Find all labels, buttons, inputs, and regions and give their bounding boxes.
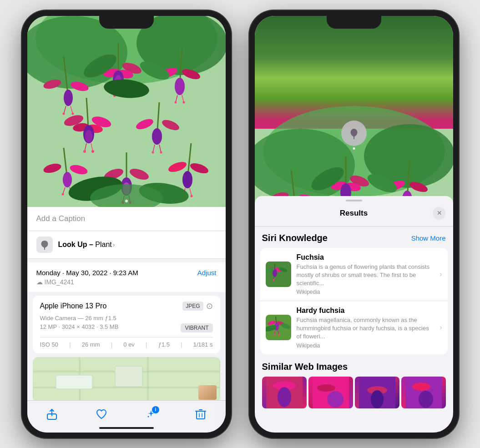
fuchsia-chevron: › bbox=[440, 270, 442, 278]
map-thumbnail[interactable] bbox=[33, 357, 220, 400]
heart-button[interactable] bbox=[92, 405, 111, 423]
hardy-desc: Fuchsia magellanica, commonly known as t… bbox=[297, 316, 433, 341]
lens-detail: Wide Camera — 26 mm ƒ1.5 bbox=[40, 315, 213, 322]
location-icon: ⊙ bbox=[206, 301, 213, 311]
web-image-4[interactable] bbox=[401, 377, 446, 408]
svg-point-26 bbox=[175, 78, 185, 95]
camera-section: Apple iPhone 13 Pro JPEG ⊙ Wide Camera —… bbox=[33, 296, 220, 353]
knowledge-item-hardy[interactable]: Hardy fuchsia Fuchsia magellanica, commo… bbox=[260, 301, 448, 354]
share-button[interactable] bbox=[43, 405, 61, 423]
camera-badges: JPEG ⊙ bbox=[182, 301, 212, 311]
lookup-icon-circle bbox=[36, 237, 53, 253]
siri-knowledge-header: Siri Knowledge Show More bbox=[255, 227, 453, 248]
svg-point-52 bbox=[160, 151, 162, 153]
cloud-icon: ☁ bbox=[36, 278, 43, 286]
jpeg-badge: JPEG bbox=[182, 302, 203, 311]
page-dot-indicator bbox=[125, 200, 128, 202]
date-row: Monday · May 30, 2022 · 9:23 AM Adjust bbox=[36, 269, 217, 277]
hardy-chevron: › bbox=[440, 323, 442, 332]
svg-point-184 bbox=[419, 391, 433, 408]
left-phone-screen: Add a Caption Look Up – Plant› bbox=[27, 16, 226, 433]
web-image-1[interactable] bbox=[262, 377, 307, 408]
info-badge: i bbox=[152, 406, 159, 413]
svg-point-159 bbox=[273, 279, 274, 281]
results-handle bbox=[346, 200, 362, 201]
hardy-text: Hardy fuchsia Fuchsia magellanica, commo… bbox=[297, 307, 433, 349]
fuchsia-name: Fuchsia bbox=[297, 253, 433, 262]
exif-row: ISO 50 | 26 mm | 0 ev | ƒ1.5 | 1/181 s bbox=[40, 337, 213, 348]
svg-rect-87 bbox=[115, 366, 142, 387]
web-images-title: Similar Web Images bbox=[262, 362, 446, 372]
hardy-thumb-image bbox=[266, 315, 291, 340]
svg-point-56 bbox=[63, 172, 72, 187]
fuchsia-thumbnail bbox=[266, 262, 291, 287]
ev-value: 0 ev bbox=[123, 341, 135, 348]
hardy-name: Hardy fuchsia bbox=[297, 307, 433, 315]
caption-placeholder: Add a Caption bbox=[36, 214, 86, 223]
svg-point-183 bbox=[412, 383, 430, 391]
fuchsia-thumb-image bbox=[266, 262, 291, 287]
left-phone: Add a Caption Look Up – Plant› bbox=[22, 10, 231, 438]
resolution-row: 12 MP · 3024 × 4032 · 3.5 MB VIBRANT bbox=[40, 323, 213, 332]
results-title: Results bbox=[340, 209, 368, 218]
siri-knowledge-title: Siri Knowledge bbox=[262, 233, 328, 243]
svg-point-170 bbox=[278, 334, 280, 336]
map-mini-thumb bbox=[198, 385, 217, 400]
date-text: Monday · May 30, 2022 · 9:23 AM bbox=[36, 269, 138, 277]
lookup-row[interactable]: Look Up – Plant› bbox=[27, 231, 226, 259]
content-area-left: Add a Caption Look Up – Plant› bbox=[27, 207, 226, 400]
map-svg bbox=[33, 357, 220, 400]
caption-area[interactable]: Add a Caption bbox=[27, 207, 226, 231]
svg-point-77 bbox=[190, 195, 192, 197]
aperture-value: ƒ1.5 bbox=[158, 341, 170, 348]
svg-rect-86 bbox=[56, 375, 92, 389]
notch-right bbox=[327, 16, 381, 29]
metadata-section: Monday · May 30, 2022 · 9:23 AM Adjust ☁… bbox=[27, 262, 226, 292]
svg-point-43 bbox=[83, 150, 86, 153]
iso-value: ISO 50 bbox=[40, 341, 58, 348]
leaf-icon bbox=[40, 240, 50, 250]
notch-left bbox=[99, 16, 154, 29]
share-icon bbox=[46, 408, 58, 420]
svg-point-178 bbox=[327, 391, 344, 408]
svg-point-21 bbox=[62, 112, 65, 115]
svg-point-168 bbox=[273, 334, 275, 336]
siri-visual-lookup-button[interactable] bbox=[341, 121, 367, 146]
map-mini-image bbox=[198, 385, 217, 400]
trash-button[interactable] bbox=[192, 405, 210, 423]
results-header: Results ✕ bbox=[255, 207, 453, 227]
right-phone: Results ✕ Siri Knowledge Show More bbox=[249, 10, 459, 438]
camera-name: Apple iPhone 13 Pro bbox=[40, 302, 107, 310]
svg-rect-85 bbox=[147, 357, 149, 400]
hardy-source: Wikipedia bbox=[297, 342, 433, 349]
heart-icon bbox=[96, 408, 107, 420]
lookup-chevron: › bbox=[113, 241, 115, 248]
svg-rect-92 bbox=[197, 411, 205, 419]
adjust-button[interactable]: Adjust bbox=[197, 269, 217, 277]
svg-point-29 bbox=[174, 101, 177, 103]
web-image-3[interactable] bbox=[355, 377, 399, 408]
web-image-2[interactable] bbox=[308, 377, 353, 408]
siri-leaf-icon bbox=[348, 127, 360, 140]
info-button[interactable]: i bbox=[142, 405, 160, 423]
phones-container: Add a Caption Look Up – Plant› bbox=[22, 10, 459, 438]
svg-point-48 bbox=[152, 128, 162, 145]
web-images-section: Similar Web Images bbox=[255, 355, 453, 413]
focal-value: 26 mm bbox=[82, 341, 100, 348]
lookup-bold: Look Up – bbox=[58, 241, 96, 248]
resolution-text: 12 MP · 3024 × 4032 · 3.5 MB bbox=[40, 323, 119, 330]
filename-text: IMG_4241 bbox=[45, 278, 74, 286]
shutter-value: 1/181 s bbox=[193, 341, 213, 348]
results-panel: Results ✕ Siri Knowledge Show More bbox=[255, 196, 453, 433]
close-button[interactable]: ✕ bbox=[433, 207, 445, 220]
trash-icon bbox=[195, 408, 206, 420]
knowledge-item-fuchsia[interactable]: Fuchsia Fuchsia is a genus of flowering … bbox=[260, 248, 448, 302]
show-more-button[interactable]: Show More bbox=[411, 234, 446, 242]
svg-point-18 bbox=[64, 90, 73, 106]
flower-photo-left[interactable] bbox=[27, 16, 226, 207]
svg-point-30 bbox=[182, 101, 185, 103]
fuchsia-text: Fuchsia Fuchsia is a genus of flowering … bbox=[297, 253, 433, 296]
vibrant-badge: VIBRANT bbox=[181, 323, 212, 332]
web-images-row bbox=[262, 377, 446, 408]
camera-header-row: Apple iPhone 13 Pro JPEG ⊙ bbox=[40, 301, 213, 311]
